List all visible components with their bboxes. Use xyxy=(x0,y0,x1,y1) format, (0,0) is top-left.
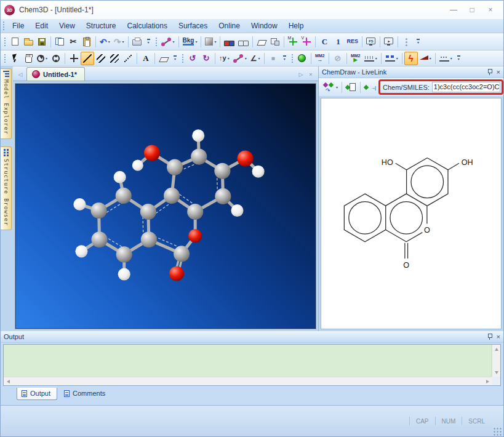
dropdown-arrow-icon[interactable]: ▾ xyxy=(375,56,377,60)
zoom-tool-button[interactable] xyxy=(49,52,63,65)
paste-button[interactable] xyxy=(80,35,94,49)
tab-scroll-left-button[interactable]: ◁ xyxy=(15,68,25,81)
atom-h[interactable] xyxy=(132,160,143,171)
tab-comments[interactable]: Comments xyxy=(60,388,111,399)
atom-o[interactable] xyxy=(237,151,253,167)
scroll-down-button[interactable] xyxy=(492,369,500,377)
atom-c[interactable] xyxy=(164,188,180,204)
redo-button[interactable]: ↷▾ xyxy=(112,35,126,49)
dashed-bond-button[interactable] xyxy=(121,52,135,65)
document-tab[interactable]: Untitled-1* xyxy=(26,67,85,81)
residue-label-button[interactable]: RES xyxy=(345,35,360,49)
dropdown-arrow-icon[interactable]: ▾ xyxy=(108,39,110,44)
close-button[interactable]: × xyxy=(481,2,500,17)
charges-button[interactable]: ϟ xyxy=(404,52,418,65)
double-bond-button[interactable] xyxy=(94,52,108,65)
menu-surfaces[interactable]: Surfaces xyxy=(173,20,213,32)
atom-o[interactable] xyxy=(188,229,202,243)
atom-c[interactable] xyxy=(215,188,231,204)
atom-h[interactable] xyxy=(114,171,126,183)
atom-c[interactable] xyxy=(187,204,203,220)
atom-o[interactable] xyxy=(144,145,160,161)
pan-tool-button[interactable] xyxy=(22,52,35,65)
output-panel-header[interactable]: Output × xyxy=(1,331,503,343)
standard-toolbar-grip[interactable] xyxy=(4,36,6,47)
rotate-bond-right-button[interactable]: ↻ xyxy=(199,52,213,65)
dropdown-arrow-icon[interactable]: ▾ xyxy=(245,56,247,60)
move-tool-button[interactable] xyxy=(67,52,81,65)
display-toolbar-overflow[interactable]: ▾ xyxy=(415,36,422,48)
resize-grip[interactable] xyxy=(494,428,502,436)
presentation-button[interactable]: ▸ xyxy=(382,35,396,49)
menu-online[interactable]: Online xyxy=(213,20,246,32)
dropdown-arrow-icon[interactable]: ▾ xyxy=(396,56,398,60)
chemdraw-2d-canvas[interactable]: HO OH O O xyxy=(321,98,502,329)
dipole-button[interactable]: ▾ xyxy=(418,52,433,65)
maximize-button[interactable]: □ xyxy=(463,2,481,17)
sync-structures-button[interactable]: ↷▾ xyxy=(321,81,340,94)
calculation-toolbar-grip[interactable] xyxy=(291,53,294,64)
job-status-indicator[interactable] xyxy=(295,52,309,65)
atom-symbol-button[interactable]: C xyxy=(318,35,331,49)
scroll-up-button[interactable] xyxy=(492,345,500,353)
open-file-button[interactable] xyxy=(22,35,35,49)
measure-distance-button[interactable]: ▾ xyxy=(362,52,379,65)
output-textarea[interactable] xyxy=(4,345,492,377)
copy-structure-button[interactable] xyxy=(344,81,358,94)
menu-calculations[interactable]: Calculations xyxy=(122,20,173,32)
menu-view[interactable]: View xyxy=(54,20,81,32)
text-tool-button[interactable]: A xyxy=(139,52,153,65)
stack-view-button[interactable] xyxy=(400,35,414,49)
atom-c[interactable] xyxy=(191,149,207,165)
dropdown-arrow-icon[interactable]: ▾ xyxy=(46,56,47,60)
minimize-button[interactable]: — xyxy=(444,2,463,17)
livelink-close-icon[interactable]: × xyxy=(497,69,500,76)
scroll-left-button[interactable] xyxy=(4,377,12,385)
model-axes-button[interactable]: M xyxy=(286,35,300,49)
rotate-bond-left-button[interactable]: ↺ xyxy=(186,52,199,65)
clean-up-button[interactable] xyxy=(255,35,268,49)
atom-h[interactable] xyxy=(252,166,265,178)
undo-button[interactable]: ↶▾ xyxy=(98,35,112,49)
dropdown-arrow-icon[interactable]: ▾ xyxy=(336,85,338,89)
dropdown-arrow-icon[interactable]: ▾ xyxy=(450,56,452,60)
atom-number-button[interactable]: 1 xyxy=(331,35,345,49)
horizontal-scrollbar[interactable] xyxy=(4,377,492,385)
stop-calculation-button[interactable]: ⊘ xyxy=(331,52,345,65)
select-tool-button[interactable] xyxy=(8,52,22,65)
fullscreen-button[interactable]: FS xyxy=(364,35,378,49)
dropdown-arrow-icon[interactable]: ▾ xyxy=(122,39,124,44)
atom-h[interactable] xyxy=(118,268,130,281)
menu-window[interactable]: Window xyxy=(246,20,283,32)
atom-c[interactable] xyxy=(116,188,132,204)
menu-file[interactable]: File xyxy=(7,20,30,32)
display-toolbar-grip[interactable] xyxy=(155,36,158,47)
atom-c[interactable] xyxy=(167,159,183,175)
view-axes-button[interactable]: V xyxy=(300,35,313,49)
rotate-tool-button[interactable]: ▾ xyxy=(35,52,49,65)
measure-pairs-button[interactable]: ▾ xyxy=(383,52,400,65)
angle-tool-button[interactable]: ∠▾ xyxy=(249,52,262,65)
pin-icon[interactable] xyxy=(487,69,492,75)
atom-h[interactable] xyxy=(231,204,243,217)
menu-edit[interactable]: Edit xyxy=(30,20,54,32)
dihedral-tool-button[interactable]: ▾ xyxy=(231,52,249,65)
dropdown-arrow-icon[interactable]: ▾ xyxy=(173,39,175,44)
tab-close-button[interactable]: × xyxy=(306,68,316,81)
dropdown-arrow-icon[interactable]: ▾ xyxy=(430,56,431,60)
new-file-button[interactable] xyxy=(8,35,22,49)
dropdown-arrow-icon[interactable]: ▾ xyxy=(258,56,260,60)
atom-h[interactable] xyxy=(73,198,86,210)
dropdown-arrow-icon[interactable]: ▾ xyxy=(228,56,230,60)
stop-button[interactable]: ■ xyxy=(266,52,280,65)
dropdown-arrow-icon[interactable]: ▾ xyxy=(195,39,197,44)
atom-c[interactable] xyxy=(91,202,107,218)
build-toolbar-grip[interactable] xyxy=(4,53,6,64)
axis-y-button[interactable]: ↑y▾ xyxy=(217,52,231,65)
atom-c[interactable] xyxy=(116,246,132,262)
atom-h[interactable] xyxy=(75,245,87,257)
dropdown-arrow-icon[interactable]: ▾ xyxy=(214,39,216,44)
mm2-run-button[interactable]: MM2▶ xyxy=(349,52,362,65)
atom-c[interactable] xyxy=(140,204,156,220)
tab-scroll-right-button[interactable]: ▷ xyxy=(296,68,306,81)
